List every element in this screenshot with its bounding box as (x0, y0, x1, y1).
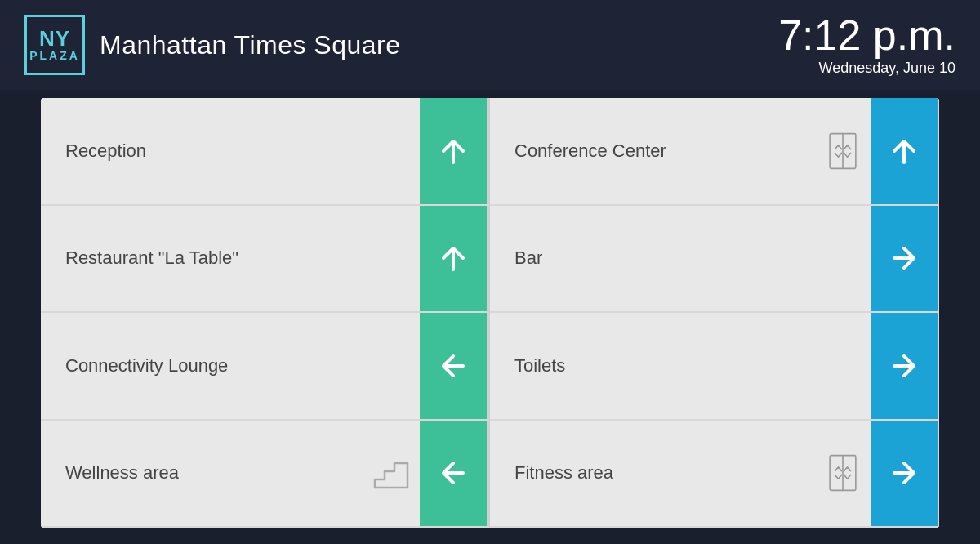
arrow-right-icon (886, 240, 922, 276)
arrow-left-icon-2 (435, 455, 471, 491)
elevator-icon-conference (822, 130, 864, 172)
nav-item-content: Connectivity Lounge (65, 355, 420, 377)
direction-btn-wellness-area[interactable] (420, 421, 487, 527)
nav-item-bar[interactable]: Bar (490, 206, 939, 314)
direction-btn-connectivity-lounge[interactable] (420, 313, 487, 419)
nav-item-wellness-area[interactable]: Wellness area (41, 421, 490, 528)
nav-item-reception[interactable]: Reception (41, 98, 490, 206)
direction-btn-reception[interactable] (420, 98, 487, 204)
nav-label-fitness-area: Fitness area (514, 462, 808, 484)
elevator-svg (824, 132, 862, 170)
nav-label-wellness-area: Wellness area (65, 462, 358, 484)
elevator-icon-fitness (822, 452, 864, 494)
nav-item-content: Restaurant "La Table" (65, 247, 420, 269)
nav-item-connectivity-lounge[interactable]: Connectivity Lounge (41, 313, 490, 421)
header-right: 7:12 p.m. Wednesday, June 10 (778, 14, 956, 77)
stairs-icon-wellness (371, 452, 413, 494)
nav-item-content: Wellness area (65, 452, 420, 494)
arrow-right-icon-3 (886, 455, 922, 491)
logo-plaza: PLAZA (29, 49, 80, 62)
nav-item-content: Toilets (514, 355, 871, 377)
hotel-name: Manhattan Times Square (100, 30, 401, 60)
arrow-left-icon (435, 348, 471, 384)
direction-btn-conference-center[interactable] (871, 98, 938, 204)
nav-label-bar: Bar (514, 247, 871, 269)
arrow-right-icon-2 (886, 348, 922, 384)
direction-btn-bar[interactable] (871, 206, 938, 312)
elevator-svg-2 (824, 454, 862, 492)
current-date: Wednesday, June 10 (778, 60, 956, 77)
arrow-up-icon (435, 133, 471, 169)
navigation-grid: Reception Conference Center (41, 98, 939, 528)
current-time: 7:12 p.m. (778, 14, 956, 56)
nav-label-reception: Reception (65, 140, 420, 162)
nav-label-restaurant: Restaurant "La Table" (65, 247, 420, 269)
direction-btn-restaurant[interactable] (420, 206, 487, 312)
nav-label-connectivity-lounge: Connectivity Lounge (65, 355, 420, 377)
header-left: NY PLAZA Manhattan Times Square (24, 15, 401, 75)
direction-btn-toilets[interactable] (871, 313, 938, 419)
logo-box: NY PLAZA (24, 15, 85, 75)
nav-item-content: Reception (65, 140, 420, 162)
logo-ny: NY (39, 28, 70, 49)
nav-item-restaurant[interactable]: Restaurant "La Table" (41, 206, 490, 314)
nav-item-content: Bar (514, 247, 871, 269)
nav-label-conference-center: Conference Center (514, 140, 808, 162)
nav-item-fitness-area[interactable]: Fitness area (490, 421, 939, 528)
direction-btn-fitness-area[interactable] (871, 421, 938, 527)
nav-item-conference-center[interactable]: Conference Center (490, 98, 939, 206)
nav-item-content: Conference Center (514, 130, 871, 172)
stairs-svg (372, 457, 412, 489)
nav-item-content: Fitness area (514, 452, 871, 494)
nav-label-toilets: Toilets (514, 355, 871, 377)
arrow-up-icon-3 (435, 240, 471, 276)
arrow-up-icon-2 (886, 133, 922, 169)
header: NY PLAZA Manhattan Times Square 7:12 p.m… (0, 0, 980, 90)
nav-item-toilets[interactable]: Toilets (490, 313, 939, 421)
